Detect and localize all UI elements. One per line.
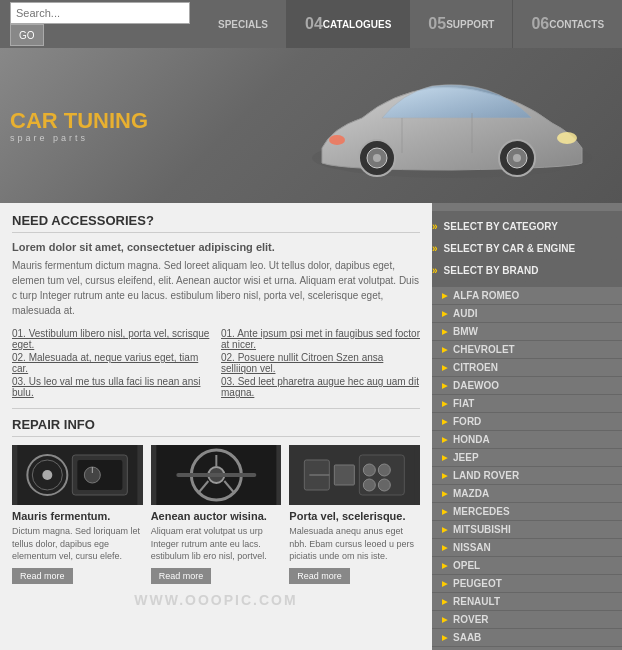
repair-card-1: Aenean auctor wisina. Aliquam erat volut… <box>151 445 282 584</box>
car-logo: CAR TUNING spare parts <box>10 108 148 142</box>
list-item[interactable]: 03. Us leo val me tus ulla faci lis nean… <box>12 376 211 398</box>
svg-point-12 <box>42 470 52 480</box>
svg-point-29 <box>379 464 391 476</box>
header: GO SPECIALS04CATALOGUES05SUPPORT06CONTAC… <box>0 0 622 48</box>
sidebar-selectors-list: SELECT BY CATEGORYSELECT BY CAR & ENGINE… <box>432 216 622 282</box>
nav-tab-specials[interactable]: SPECIALS <box>200 0 287 48</box>
accessories-title: NEED ACCESSORIES? <box>12 213 420 233</box>
repair-card-text-1: Aliquam erat volutpat us urp Integer rut… <box>151 525 282 563</box>
read-more-btn-2[interactable]: Read more <box>289 568 350 584</box>
selectors-panel: SELECT BY CATEGORYSELECT BY CAR & ENGINE… <box>432 211 622 287</box>
brand-item-ford[interactable]: FORD <box>432 413 622 431</box>
brand-item-mazda[interactable]: MAZDA <box>432 485 622 503</box>
brand-item-audi[interactable]: AUDI <box>432 305 622 323</box>
svg-rect-23 <box>176 473 256 477</box>
brand-item-saab[interactable]: SAAB <box>432 629 622 647</box>
search-input[interactable] <box>10 2 190 24</box>
svg-point-31 <box>379 479 391 491</box>
nav-tab-contacts[interactable]: 06CONTACTS <box>513 0 622 48</box>
right-sidebar: SELECT BY CATEGORYSELECT BY CAR & ENGINE… <box>432 203 622 650</box>
repair-card-2: Porta vel, scelerisque. Malesuada anequ … <box>289 445 420 584</box>
read-more-btn-1[interactable]: Read more <box>151 568 212 584</box>
svg-point-28 <box>364 464 376 476</box>
repair-card-text-0: Dictum magna. Sed loriquam let tellus do… <box>12 525 143 563</box>
divider <box>12 408 420 409</box>
svg-point-3 <box>373 154 381 162</box>
brand-item-nissan[interactable]: NISSAN <box>432 539 622 557</box>
brand-item-honda[interactable]: HONDA <box>432 431 622 449</box>
list-left: 01. Vestibulum libero nisl, porta vel, s… <box>12 326 211 400</box>
brand-item-jeep[interactable]: JEEP <box>432 449 622 467</box>
content-area: NEED ACCESSORIES? Lorem dolor sit amet, … <box>0 203 432 650</box>
brand-item-mercedes[interactable]: MERCEDES <box>432 503 622 521</box>
selector-select-by-brand[interactable]: SELECT BY BRAND <box>432 260 622 282</box>
brand-list: ALFA ROMEOAUDIBMWCHEVROLETCITROENDAEWOOF… <box>432 287 622 650</box>
repair-cards: Mauris fermentum. Dictum magna. Sed lori… <box>12 445 420 584</box>
repair-card-img-0 <box>12 445 143 505</box>
brand-item-bmw[interactable]: BMW <box>432 323 622 341</box>
selector-select-by-category[interactable]: SELECT BY CATEGORY <box>432 216 622 238</box>
svg-point-6 <box>513 154 521 162</box>
nav-tab-support[interactable]: 05SUPPORT <box>410 0 513 48</box>
brand-item-citroen[interactable]: CITROEN <box>432 359 622 377</box>
repair-card-0: Mauris fermentum. Dictum magna. Sed lori… <box>12 445 143 584</box>
list-item[interactable]: 02. Malesuada at, neque varius eget, tia… <box>12 352 211 374</box>
svg-point-7 <box>557 132 577 144</box>
brand-item-peugeot[interactable]: PEUGEOT <box>432 575 622 593</box>
brand-item-fiat[interactable]: FIAT <box>432 395 622 413</box>
repair-card-title-0: Mauris fermentum. <box>12 510 143 522</box>
search-button[interactable]: GO <box>10 24 44 46</box>
repair-card-img-2 <box>289 445 420 505</box>
hero-car-image <box>302 58 602 188</box>
body-text: Mauris fermentum dictum magna. Sed loree… <box>12 258 420 318</box>
brand-item-land-rover[interactable]: LAND ROVER <box>432 467 622 485</box>
brand-item-daewoo[interactable]: DAEWOO <box>432 377 622 395</box>
intro-text: Lorem dolor sit amet, consectetuer adipi… <box>12 241 420 253</box>
svg-point-8 <box>329 135 345 145</box>
nav-tab-catalogues[interactable]: 04CATALOGUES <box>287 0 410 48</box>
list-item[interactable]: 03. Sed leet pharetra augue hec aug uam … <box>221 376 420 398</box>
selector-select-by-car-&-engine[interactable]: SELECT BY CAR & ENGINE <box>432 238 622 260</box>
list-columns: 01. Vestibulum libero nisl, porta vel, s… <box>12 326 420 400</box>
brand-item-rover[interactable]: ROVER <box>432 611 622 629</box>
watermark: WWW.OOOPIC.COM <box>12 592 420 608</box>
svg-point-30 <box>364 479 376 491</box>
svg-rect-26 <box>335 465 355 485</box>
repair-card-title-2: Porta vel, scelerisque. <box>289 510 420 522</box>
repair-card-text-2: Malesuada anequ anus eget nbh. Ebam curs… <box>289 525 420 563</box>
nav-tabs: SPECIALS04CATALOGUES05SUPPORT06CONTACTS <box>200 0 622 48</box>
search-area: GO <box>0 2 200 46</box>
repair-card-img-1 <box>151 445 282 505</box>
list-item[interactable]: 02. Posuere nullit Citroen Szen ansa sel… <box>221 352 420 374</box>
brand-title: CAR TUNING <box>10 108 148 132</box>
hero-section: CAR TUNING spare parts <box>0 48 622 203</box>
accessories-section: NEED ACCESSORIES? Lorem dolor sit amet, … <box>12 213 420 400</box>
list-item[interactable]: 01. Vestibulum libero nisl, porta vel, s… <box>12 328 211 350</box>
brand-item-mitsubishi[interactable]: MITSUBISHI <box>432 521 622 539</box>
main-wrapper: NEED ACCESSORIES? Lorem dolor sit amet, … <box>0 203 622 650</box>
list-right: 01. Ante ipsum psi met in faugibus sed f… <box>221 326 420 400</box>
brand-item-alfa-romeo[interactable]: ALFA ROMEO <box>432 287 622 305</box>
read-more-btn-0[interactable]: Read more <box>12 568 73 584</box>
brand-item-renault[interactable]: RENAULT <box>432 593 622 611</box>
list-item[interactable]: 01. Ante ipsum psi met in faugibus sed f… <box>221 328 420 350</box>
brand-item-opel[interactable]: OPEL <box>432 557 622 575</box>
brand-item-chevrolet[interactable]: CHEVROLET <box>432 341 622 359</box>
repair-section: REPAIR INFO Mauris fermentum. Dictum mag… <box>12 417 420 584</box>
brand-subtitle: spare parts <box>10 133 148 143</box>
repair-title: REPAIR INFO <box>12 417 420 437</box>
repair-card-title-1: Aenean auctor wisina. <box>151 510 282 522</box>
